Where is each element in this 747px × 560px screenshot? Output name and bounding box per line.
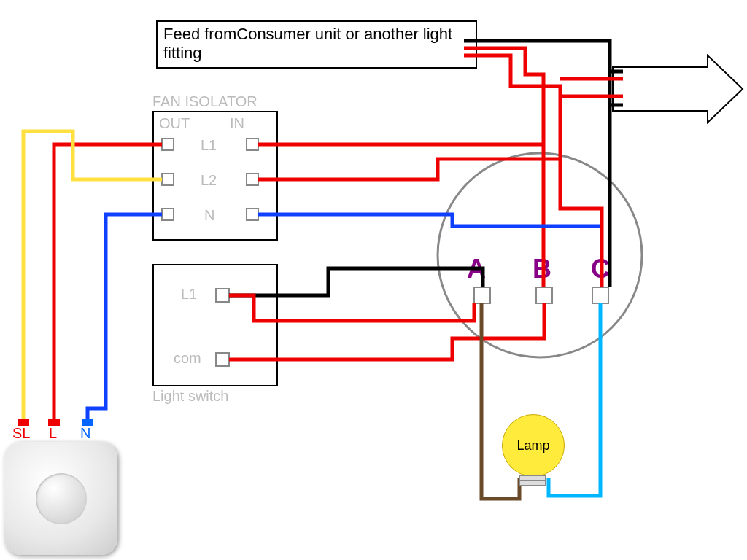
junction-terminals xyxy=(474,287,608,303)
lamp-base-icon xyxy=(519,475,546,486)
svg-rect-0 xyxy=(474,287,490,303)
svg-rect-2 xyxy=(592,287,608,303)
svg-rect-1 xyxy=(536,287,552,303)
wires-yellow xyxy=(23,131,162,419)
svg-rect-6 xyxy=(247,174,258,185)
wires-red xyxy=(54,48,623,419)
next-light-arrow xyxy=(613,55,743,122)
fan-terminal-pads xyxy=(18,419,93,426)
wiring-svg xyxy=(0,0,747,560)
svg-rect-3 xyxy=(162,139,174,150)
svg-rect-10 xyxy=(216,353,229,366)
fan-isolator-terminals xyxy=(162,139,258,220)
light-switch-terminals xyxy=(216,289,229,366)
svg-rect-11 xyxy=(18,419,29,426)
svg-rect-13 xyxy=(82,419,93,426)
svg-rect-12 xyxy=(48,419,60,426)
wires-brown xyxy=(481,303,519,499)
svg-rect-8 xyxy=(247,209,258,220)
wires-blue xyxy=(88,214,600,419)
svg-rect-4 xyxy=(247,139,258,150)
svg-rect-7 xyxy=(162,209,174,220)
wires-cyan xyxy=(549,303,600,496)
svg-rect-9 xyxy=(216,289,229,302)
svg-rect-5 xyxy=(162,174,174,185)
